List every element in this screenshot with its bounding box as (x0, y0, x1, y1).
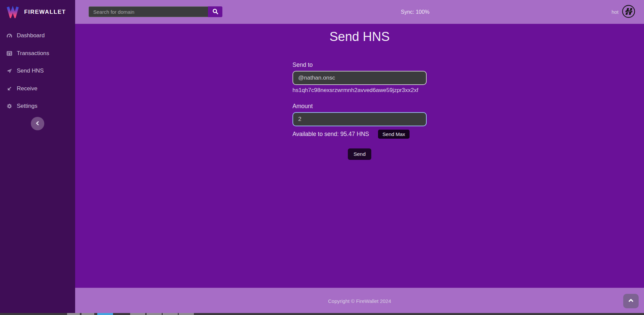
taskbar-item[interactable] (130, 313, 145, 315)
taskbar-item[interactable] (179, 313, 194, 315)
taskbar-item[interactable] (67, 313, 80, 315)
main-content: Send HNS Send to hs1qh7c98nexsrzwrmnh2av… (75, 24, 644, 288)
amount-input[interactable] (292, 112, 427, 126)
sidebar-collapse-button[interactable] (31, 117, 44, 130)
send-button[interactable]: Send (348, 148, 371, 160)
send-form: Send to hs1qh7c98nexsrzwrmnh2avved6awe59… (292, 61, 427, 160)
topbar: Sync: 100% hot (75, 0, 644, 24)
resolved-address: hs1qh7c98nexsrzwrmnh2avved6awe59jzpr3xx2… (292, 87, 427, 94)
taskbar-item[interactable] (97, 313, 113, 315)
domain-search-bar (89, 6, 222, 17)
paper-plane-icon (6, 68, 12, 74)
sidebar-item-label: Transactions (17, 50, 49, 57)
gear-icon (6, 103, 12, 109)
table-icon (6, 50, 12, 56)
available-to-send-text: Available to send: 95.47 HNS (292, 131, 369, 138)
sidebar-nav: Dashboard Transactions Send HNS (0, 27, 75, 115)
amount-label: Amount (292, 103, 427, 110)
send-to-label: Send to (292, 61, 427, 69)
gauge-icon (6, 33, 12, 39)
send-max-button[interactable]: Send Max (378, 130, 410, 139)
chevron-up-icon (627, 297, 635, 305)
sync-status-text: Sync: 100% (401, 9, 429, 15)
search-button[interactable] (208, 6, 222, 17)
scroll-to-top-button[interactable] (623, 294, 639, 308)
copyright-text: Copyright © FireWallet 2024 (75, 288, 644, 304)
handshake-logo-icon (622, 4, 636, 20)
taskbar-item[interactable] (147, 313, 162, 315)
sidebar-header: FIREWALLET (0, 0, 75, 24)
sidebar-item-receive[interactable]: Receive (0, 80, 75, 98)
sidebar-item-send-hns[interactable]: Send HNS (0, 62, 75, 80)
wallet-selector[interactable]: hot (611, 0, 636, 24)
sync-status: Sync: 100% (401, 0, 429, 24)
wallet-name: hot (611, 9, 619, 15)
footer: Copyright © FireWallet 2024 (75, 288, 644, 313)
taskbar-item[interactable] (82, 313, 94, 315)
taskbar-item[interactable] (163, 313, 178, 315)
taskbar-strip (0, 313, 644, 315)
sidebar-item-label: Send HNS (17, 68, 44, 74)
send-to-input[interactable] (292, 71, 427, 85)
sidebar-item-transactions[interactable]: Transactions (0, 45, 75, 62)
sidebar-item-dashboard[interactable]: Dashboard (0, 27, 75, 45)
available-row: Available to send: 95.47 HNS Send Max (292, 130, 427, 139)
brand-title: FIREWALLET (24, 9, 66, 15)
magnifier-icon (212, 8, 218, 15)
sidebar-item-label: Settings (17, 103, 37, 109)
arrow-down-left-icon (6, 86, 12, 92)
sidebar-item-label: Dashboard (17, 32, 45, 39)
domain-search-input[interactable] (89, 6, 208, 17)
sidebar: FIREWALLET Dashboard Tran (0, 0, 75, 315)
chevron-left-icon (34, 120, 41, 128)
sidebar-item-label: Receive (17, 85, 37, 92)
sidebar-item-settings[interactable]: Settings (0, 97, 75, 115)
page-title: Send HNS (75, 30, 644, 43)
firewallet-w-logo-icon (6, 5, 19, 19)
